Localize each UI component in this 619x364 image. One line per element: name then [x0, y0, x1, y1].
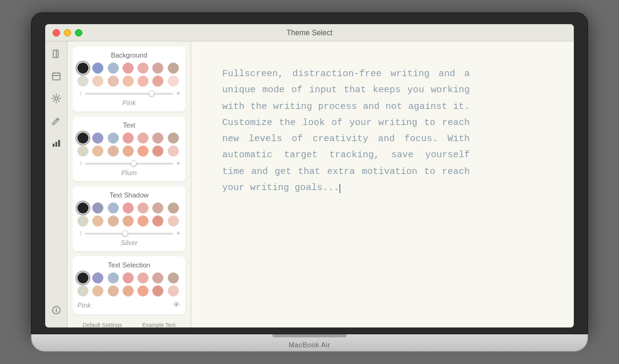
slider-thumb[interactable]: [149, 90, 155, 97]
color-dot[interactable]: [137, 132, 149, 144]
text-shadow-color-grid: [77, 202, 181, 227]
color-dot[interactable]: [108, 145, 119, 157]
color-dot[interactable]: [168, 63, 179, 74]
color-dot[interactable]: [152, 202, 163, 214]
writing-text: Fullscreen, distraction-free writing and…: [222, 66, 470, 196]
color-dot[interactable]: [152, 132, 163, 144]
color-dot[interactable]: [92, 272, 103, 284]
color-dot[interactable]: [77, 272, 89, 284]
text-label: Plum: [77, 169, 181, 176]
color-dot[interactable]: [123, 202, 134, 214]
text-selection-section: Text Selection: [72, 256, 186, 314]
color-dot[interactable]: [137, 272, 149, 284]
color-dot[interactable]: [168, 202, 179, 214]
laptop-model-label: MacBook Air: [288, 341, 330, 349]
sidebar-icon-gear[interactable]: [50, 92, 63, 105]
color-dot[interactable]: [77, 63, 89, 74]
color-dot[interactable]: [108, 132, 119, 144]
sidebar-icon-book[interactable]: [50, 48, 63, 60]
color-dot[interactable]: [152, 63, 163, 74]
default-settings-button[interactable]: Default Settings ↺: [82, 322, 122, 327]
color-dot[interactable]: [108, 215, 119, 227]
color-dot[interactable]: [152, 272, 163, 284]
color-dot[interactable]: [168, 76, 179, 87]
sidebar-icon-chart[interactable]: [50, 137, 63, 149]
text-shadow-slider[interactable]: ☽ ☀: [77, 230, 181, 236]
color-dot[interactable]: [123, 132, 134, 144]
text-shadow-section: Text Shadow: [72, 186, 186, 251]
color-dot[interactable]: [137, 215, 149, 227]
color-dot[interactable]: [168, 215, 179, 227]
example-text-button[interactable]: Example Text ○: [142, 322, 176, 327]
svg-rect-0: [53, 73, 60, 80]
color-dot[interactable]: [137, 285, 149, 297]
color-dot[interactable]: [123, 272, 134, 284]
color-dot[interactable]: [92, 215, 103, 227]
color-dot[interactable]: [77, 76, 89, 87]
color-dot[interactable]: [168, 285, 179, 297]
fullscreen-button[interactable]: [75, 29, 82, 37]
color-dot[interactable]: [92, 76, 103, 87]
text-selection-footer: Pink 👁: [77, 300, 181, 310]
sidebar-icon-calendar[interactable]: [50, 70, 63, 82]
color-dot[interactable]: [92, 145, 103, 157]
slider-track[interactable]: [85, 233, 173, 235]
close-button[interactable]: [53, 29, 60, 37]
color-dot[interactable]: [92, 202, 103, 214]
info-icon[interactable]: [50, 304, 63, 316]
color-dot[interactable]: [92, 285, 103, 297]
color-dot[interactable]: [123, 145, 134, 157]
color-dot[interactable]: [152, 215, 163, 227]
background-slider[interactable]: ☽ ☀: [77, 90, 181, 97]
text-section: Text: [72, 116, 186, 181]
window-title: Theme Select: [287, 28, 332, 37]
color-dot[interactable]: [77, 202, 89, 214]
color-dot[interactable]: [152, 76, 163, 87]
color-dot[interactable]: [92, 132, 103, 144]
slider-min-icon: ☽: [77, 160, 82, 167]
theme-panel: Background: [67, 41, 191, 327]
color-dot[interactable]: [77, 285, 89, 297]
color-dot[interactable]: [123, 285, 134, 297]
color-dot[interactable]: [168, 132, 179, 144]
color-dot[interactable]: [77, 215, 89, 227]
color-dot[interactable]: [77, 132, 89, 144]
slider-max-icon: ☀: [176, 160, 181, 167]
color-dot[interactable]: [77, 145, 89, 157]
text-shadow-label: Silver: [77, 239, 181, 246]
color-dot[interactable]: [137, 63, 149, 74]
slider-thumb[interactable]: [122, 230, 128, 236]
color-dot[interactable]: [108, 272, 119, 284]
color-dot[interactable]: [108, 202, 119, 214]
text-selection-color-grid: [77, 272, 181, 297]
text-color-grid: [77, 132, 181, 157]
color-dot[interactable]: [168, 145, 179, 157]
slider-track[interactable]: [85, 163, 173, 165]
color-dot[interactable]: [123, 76, 134, 87]
background-label: Pink: [77, 99, 181, 106]
laptop-screen: Theme Select: [45, 24, 574, 327]
color-dot[interactable]: [137, 76, 149, 87]
text-slider[interactable]: ☽ ☀: [77, 160, 181, 167]
laptop-base: MacBook Air: [31, 334, 588, 352]
color-dot[interactable]: [92, 63, 103, 74]
color-dot[interactable]: [108, 285, 119, 297]
laptop: Theme Select: [31, 12, 588, 352]
color-dot[interactable]: [152, 285, 163, 297]
color-dot[interactable]: [137, 202, 149, 214]
eye-icon[interactable]: 👁: [173, 300, 181, 310]
laptop-notch: [272, 334, 347, 337]
color-dot[interactable]: [108, 76, 119, 87]
panel-footer: Default Settings ↺ Example Text ○: [72, 319, 186, 327]
color-dot[interactable]: [168, 272, 179, 284]
default-settings-label: Default Settings: [82, 322, 122, 327]
slider-thumb[interactable]: [131, 160, 137, 167]
color-dot[interactable]: [108, 63, 119, 74]
color-dot[interactable]: [137, 145, 149, 157]
color-dot[interactable]: [123, 215, 134, 227]
color-dot[interactable]: [152, 145, 163, 157]
sidebar-icon-edit[interactable]: [50, 115, 63, 127]
slider-track[interactable]: [85, 93, 173, 95]
color-dot[interactable]: [123, 63, 134, 74]
minimize-button[interactable]: [64, 29, 71, 37]
